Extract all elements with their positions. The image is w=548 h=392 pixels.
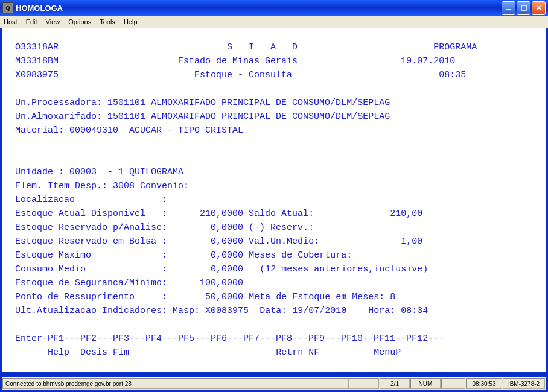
- window-title: HOMOLOGA: [16, 4, 502, 13]
- status-spacer: [349, 378, 379, 389]
- app-icon: Q: [2, 2, 13, 13]
- menu-view[interactable]: View: [46, 18, 60, 25]
- menu-bar: Host Edit View Options Tools Help: [0, 16, 548, 28]
- status-blank: [441, 378, 465, 389]
- status-clock: 08:30:53: [466, 378, 502, 389]
- svg-rect-1: [521, 5, 526, 10]
- status-bar: Connected to bhmvsb.prodemge.gov.br port…: [2, 377, 546, 390]
- status-cursor: 2/1: [380, 378, 410, 389]
- menu-help[interactable]: Help: [124, 18, 138, 25]
- status-term: IBM-3278-2: [503, 378, 545, 389]
- menu-tools[interactable]: Tools: [100, 18, 115, 25]
- svg-rect-0: [506, 9, 511, 10]
- status-connection: Connected to bhmvsb.prodemge.gov.br port…: [2, 378, 349, 389]
- app-window: Q HOMOLOGA Host Edit View Options Tools …: [0, 0, 548, 392]
- terminal-area[interactable]: O33318AR S I A D PROGRAMA M33318BM Estad…: [2, 28, 546, 372]
- window-controls: [502, 1, 546, 15]
- minimize-button[interactable]: [502, 1, 515, 15]
- close-button[interactable]: [532, 1, 546, 15]
- maximize-button[interactable]: [517, 1, 530, 15]
- menu-options[interactable]: Options: [68, 18, 91, 25]
- status-num: NUM: [410, 378, 441, 389]
- title-bar: Q HOMOLOGA: [0, 0, 548, 16]
- menu-edit[interactable]: Edit: [26, 18, 37, 25]
- menu-host[interactable]: Host: [4, 18, 18, 25]
- terminal-content: O33318AR S I A D PROGRAMA M33318BM Estad…: [10, 40, 538, 359]
